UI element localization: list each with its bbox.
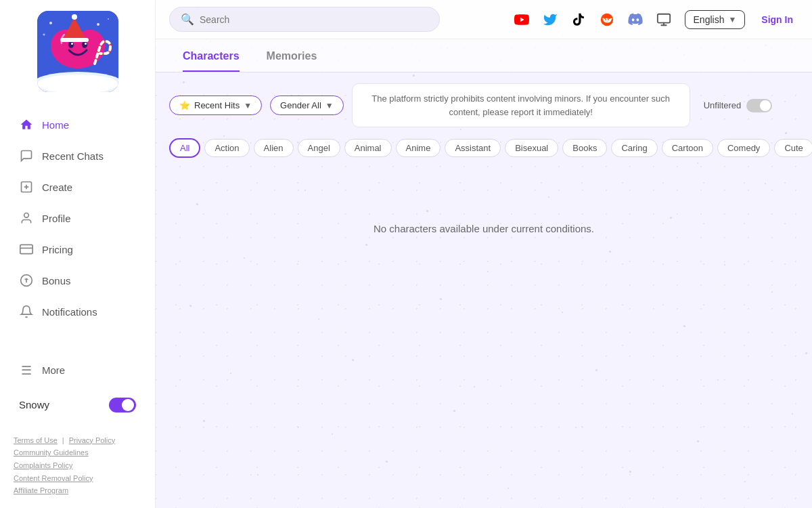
nav-menu: Home Recent Chats Create Profile Pricing… [0,103,155,354]
svg-rect-18 [20,245,32,253]
svg-point-1 [49,22,52,24]
tag-cartoon[interactable]: Cartoon [662,139,713,157]
snowy-toggle[interactable] [109,398,136,412]
complaints-link[interactable]: Complaints Policy [14,461,72,469]
svg-point-5 [43,34,45,36]
search-box[interactable]: 🔍 [169,7,440,32]
tag-animal[interactable]: Animal [344,139,392,157]
home-icon [19,117,34,132]
monitor-icon[interactable] [654,9,674,30]
sidebar-item-profile[interactable]: Profile [5,203,150,233]
more-icon: ☰ [19,363,34,378]
sign-in-button[interactable]: Sign In [756,10,798,29]
main-content: 🔍 [156,0,812,508]
recent-hits-label: Recent Hits [194,100,240,110]
logo-area [0,0,155,103]
tag-alien[interactable]: Alien [254,139,294,157]
recent-hits-chevron-icon: ▼ [244,101,252,110]
sidebar-item-label: Recent Chats [42,150,104,162]
discord-icon[interactable] [625,9,646,30]
filters-row: ⭐ Recent Hits ▼ Gender All ▼ The platfor… [156,72,812,138]
snowy-row: Snowy [5,389,150,421]
bell-icon [19,304,34,319]
notice-box: The platform strictly prohibits content … [352,83,690,127]
tags-row: AllActionAlienAngelAnimalAnimeAssistantB… [156,138,812,169]
sidebar-item-label: Profile [42,213,71,224]
sidebar-item-label: Pricing [42,244,73,255]
empty-state: No characters available under current co… [156,169,812,289]
empty-state-text: No characters available under current co… [374,223,594,234]
privacy-link[interactable]: Privacy Policy [69,436,115,444]
sidebar-item-recent-chats[interactable]: Recent Chats [5,141,150,171]
svg-point-4 [108,18,109,20]
gender-dropdown[interactable]: Gender All ▼ [270,96,344,115]
unfiltered-label: Unfiltered [704,100,742,110]
social-icons [512,9,674,30]
twitter-icon[interactable] [540,9,560,30]
svg-point-24 [605,19,606,20]
chevron-down-icon: ▼ [728,15,736,24]
sidebar-item-label: Bonus [42,275,71,287]
tag-caring[interactable]: Caring [611,139,657,157]
filter-icon: ⭐ [179,100,190,110]
svg-rect-12 [60,38,89,42]
chat-icon [19,148,34,163]
search-icon: 🔍 [181,13,194,26]
sidebar-item-label: Create [42,182,72,193]
affiliate-link[interactable]: Affiliate Program [14,486,68,494]
reddit-icon[interactable] [597,9,617,30]
sidebar: Home Recent Chats Create Profile Pricing… [0,0,156,508]
tag-comedy[interactable]: Comedy [717,139,770,157]
sidebar-item-notifications[interactable]: Notifications [5,297,150,326]
language-label: English [694,14,725,25]
topbar: 🔍 [156,0,812,39]
sidebar-item-bonus[interactable]: Bonus [5,266,150,295]
sidebar-item-home[interactable]: Home [5,110,150,140]
user-icon [19,211,34,226]
tab-memories[interactable]: Memories [267,50,317,72]
recent-hits-dropdown[interactable]: ⭐ Recent Hits ▼ [169,96,262,115]
tag-books[interactable]: Books [562,139,607,157]
youtube-icon[interactable] [512,9,532,30]
tag-bisexual[interactable]: Bisexual [505,139,558,157]
notice-text: The platform strictly prohibits content … [371,93,670,117]
svg-point-3 [97,23,99,26]
tiktok-icon[interactable] [568,9,589,30]
sidebar-item-label: Notifications [42,306,97,318]
unfiltered-switch[interactable] [746,99,772,112]
language-selector[interactable]: English ▼ [685,10,746,29]
sidebar-item-pricing[interactable]: Pricing [5,234,150,264]
svg-point-11 [85,43,87,45]
unfiltered-toggle: Unfiltered [704,99,773,112]
tag-assistant[interactable]: Assistant [445,139,501,157]
gender-chevron-icon: ▼ [325,101,334,110]
svg-point-13 [72,14,77,20]
terms-link[interactable]: Terms of Use [14,436,58,444]
svg-point-8 [68,41,74,48]
svg-point-9 [82,41,87,48]
more-label: More [42,364,65,376]
svg-point-25 [607,19,608,20]
svg-rect-26 [657,14,669,22]
content-removal-link[interactable]: Content Removal Policy [14,474,93,482]
tag-cute[interactable]: Cute [774,139,812,157]
more-item[interactable]: ☰ More [5,356,150,385]
sidebar-footer: Terms of Use | Privacy Policy Community … [0,423,155,508]
tag-all[interactable]: All [169,138,200,158]
community-link[interactable]: Community Guidelines [14,448,89,457]
content-area: CharactersMemories ⭐ Recent Hits ▼ Gende… [156,39,812,508]
credit-card-icon [19,242,34,257]
tag-angel[interactable]: Angel [298,139,340,157]
gender-label: Gender All [280,100,321,110]
search-input[interactable] [200,14,428,25]
tag-action[interactable]: Action [204,139,249,157]
sidebar-item-label: Home [42,119,69,131]
tab-characters[interactable]: Characters [183,50,240,72]
svg-point-10 [71,43,73,45]
svg-point-17 [24,213,29,218]
dollar-circle-icon [19,273,34,288]
sidebar-item-create[interactable]: Create [5,172,150,202]
plus-square-icon [19,179,34,194]
snowy-label: Snowy [19,399,49,410]
tag-anime[interactable]: Anime [396,139,441,157]
